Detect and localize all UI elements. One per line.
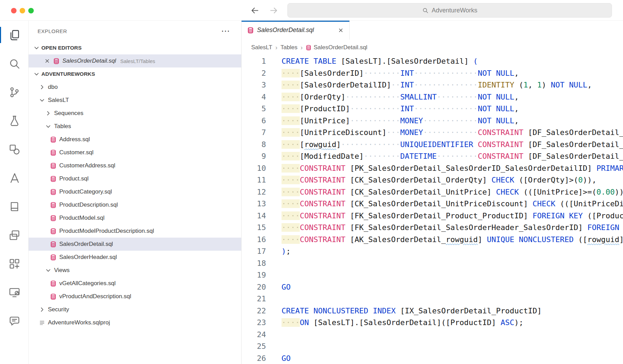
activity-notebooks-button[interactable] bbox=[0, 192, 29, 221]
tree-item-customer-sql[interactable]: Customer.sql bbox=[29, 146, 241, 159]
workspace-header[interactable]: ADVENTUREWORKS bbox=[29, 67, 241, 81]
code-line[interactable]: 23····ON [SalesLT].[SalesOrderDetail]([P… bbox=[242, 317, 623, 329]
code-line[interactable]: 13····CONSTRAINT [CK_SalesOrderDetail_Un… bbox=[242, 198, 623, 210]
tree-item-customeraddress-sql[interactable]: CustomerAddress.sql bbox=[29, 159, 241, 172]
line-number[interactable]: 18 bbox=[242, 258, 266, 270]
line-number[interactable]: 3 bbox=[242, 79, 266, 91]
activity-extensions-button[interactable] bbox=[0, 249, 29, 278]
code-line[interactable]: 14····CONSTRAINT [FK_SalesOrderDetail_Pr… bbox=[242, 210, 623, 222]
code-line[interactable]: 11····CONSTRAINT [CK_SalesOrderDetail_Or… bbox=[242, 174, 623, 186]
line-number[interactable]: 14 bbox=[242, 210, 266, 222]
line-number[interactable]: 2 bbox=[242, 67, 266, 80]
more-actions-button[interactable]: ⋯ bbox=[221, 29, 231, 33]
breadcrumb-item[interactable]: SalesOrderDetail.sql bbox=[306, 44, 367, 51]
code-line[interactable]: 20GO bbox=[242, 281, 623, 293]
breadcrumb-item[interactable]: SalesLT bbox=[251, 44, 272, 51]
open-editors-header[interactable]: OPEN EDITORS bbox=[29, 41, 241, 54]
line-number[interactable]: 7 bbox=[242, 127, 266, 139]
activity-source-control-button[interactable] bbox=[0, 78, 29, 106]
line-number[interactable]: 9 bbox=[242, 150, 266, 163]
line-number[interactable]: 19 bbox=[242, 269, 266, 281]
line-number[interactable]: 8 bbox=[242, 139, 266, 151]
code-line[interactable]: 9····[ModifiedDate]········DATETIME·····… bbox=[242, 150, 623, 163]
activity-testing-button[interactable] bbox=[0, 106, 29, 135]
code-line[interactable]: 2····[SalesOrderID]········INT··········… bbox=[242, 67, 623, 80]
code-line[interactable]: 17); bbox=[242, 246, 623, 258]
tab-salesorderdetail[interactable]: SalesOrderDetail.sql bbox=[242, 21, 350, 40]
tree-item-productdescription-sql[interactable]: ProductDescription.sql bbox=[29, 198, 241, 211]
tree-item-productcategory-sql[interactable]: ProductCategory.sql bbox=[29, 185, 241, 198]
close-button[interactable] bbox=[11, 8, 17, 13]
code-line[interactable]: 3····[SalesOrderDetailID]··INT··········… bbox=[242, 79, 623, 91]
activity-explorer-button[interactable] bbox=[0, 21, 29, 49]
tree-item-adventureworks-sqlproj[interactable]: AdventureWorks.sqlproj bbox=[29, 316, 241, 329]
activity-remote-button[interactable] bbox=[0, 278, 29, 306]
code-line[interactable]: 16····CONSTRAINT [AK_SalesOrderDetail_ro… bbox=[242, 234, 623, 246]
code-line[interactable]: 24 bbox=[242, 329, 623, 341]
code-line[interactable]: 22CREATE NONCLUSTERED INDEX [IX_SalesOrd… bbox=[242, 305, 623, 317]
line-number[interactable]: 10 bbox=[242, 163, 266, 175]
forward-button[interactable] bbox=[269, 6, 278, 15]
line-number[interactable]: 4 bbox=[242, 91, 266, 103]
code-line[interactable]: 19 bbox=[242, 269, 623, 281]
zoom-button[interactable] bbox=[28, 8, 34, 13]
code-line[interactable]: 6····[UnitPrice]···········MONEY········… bbox=[242, 115, 623, 127]
code-line[interactable]: 1CREATE TABLE [SalesLT].[SalesOrderDetai… bbox=[242, 55, 623, 67]
code-line[interactable]: 5····[ProductID]···········INT··········… bbox=[242, 103, 623, 115]
activity-azure-button[interactable] bbox=[0, 164, 29, 192]
code-line[interactable]: 25 bbox=[242, 341, 623, 353]
line-number[interactable]: 16 bbox=[242, 234, 266, 246]
line-number[interactable]: 15 bbox=[242, 222, 266, 234]
minimize-button[interactable] bbox=[20, 8, 25, 13]
tree-item-productmodelproductdescription-sql[interactable]: ProductModelProductDescription.sql bbox=[29, 225, 241, 238]
tab-close-button[interactable] bbox=[338, 27, 344, 33]
tree-item-dbo[interactable]: dbo bbox=[29, 81, 241, 94]
line-number[interactable]: 20 bbox=[242, 281, 266, 293]
code-line[interactable]: 8····[rowguid]·············UNIQUEIDENTIF… bbox=[242, 139, 623, 151]
open-editor-item[interactable]: SalesOrderDetail.sqlSalesLT/Tables bbox=[29, 54, 241, 67]
code-line[interactable]: 12····CONSTRAINT [CK_SalesOrderDetail_Un… bbox=[242, 186, 623, 198]
line-number[interactable]: 12 bbox=[242, 186, 266, 198]
breadcrumb-item[interactable]: Tables bbox=[280, 44, 297, 51]
code-line[interactable]: 4····[OrderQty]············SMALLINT·····… bbox=[242, 91, 623, 103]
tree-item-product-sql[interactable]: Product.sql bbox=[29, 172, 241, 185]
back-button[interactable] bbox=[250, 6, 259, 15]
tree-item-salesorderdetail-sql[interactable]: SalesOrderDetail.sql bbox=[29, 238, 241, 251]
line-number[interactable]: 26 bbox=[242, 353, 266, 364]
tree-item-saleslt[interactable]: SalesLT bbox=[29, 94, 241, 107]
tree-item-security[interactable]: Security bbox=[29, 303, 241, 316]
tree-item-productmodel-sql[interactable]: ProductModel.sql bbox=[29, 211, 241, 225]
tree-item-vproductanddescription-sql[interactable]: vProductAndDescription.sql bbox=[29, 290, 241, 303]
tree-item-views[interactable]: Views bbox=[29, 264, 241, 277]
line-number[interactable]: 6 bbox=[242, 115, 266, 127]
line-number[interactable]: 23 bbox=[242, 317, 266, 329]
tree-item-sequences[interactable]: Sequences bbox=[29, 107, 241, 120]
activity-search-button[interactable] bbox=[0, 49, 29, 78]
activity-comments-button[interactable] bbox=[0, 306, 29, 335]
code-line[interactable]: 26GO bbox=[242, 353, 623, 364]
code-line[interactable]: 21 bbox=[242, 293, 623, 305]
line-number[interactable]: 24 bbox=[242, 329, 266, 341]
search-box[interactable]: AdventureWorks bbox=[287, 3, 612, 18]
line-number[interactable]: 11 bbox=[242, 174, 266, 186]
line-number[interactable]: 5 bbox=[242, 103, 266, 115]
code-editor[interactable]: 1CREATE TABLE [SalesLT].[SalesOrderDetai… bbox=[242, 55, 623, 364]
code-line[interactable]: 7····[UnitPriceDiscount]···MONEY········… bbox=[242, 127, 623, 139]
tree-item-salesorderheader-sql[interactable]: SalesOrderHeader.sql bbox=[29, 251, 241, 264]
line-number[interactable]: 21 bbox=[242, 293, 266, 305]
tree-item-tables[interactable]: Tables bbox=[29, 120, 241, 133]
activity-objects-button[interactable] bbox=[0, 135, 29, 164]
code-line[interactable]: 18 bbox=[242, 258, 623, 270]
line-number[interactable]: 1 bbox=[242, 55, 266, 67]
tree-item-vgetallcategories-sql[interactable]: vGetAllCategories.sql bbox=[29, 277, 241, 290]
line-number[interactable]: 22 bbox=[242, 305, 266, 317]
database-icon bbox=[50, 163, 57, 169]
tree-item-address-sql[interactable]: Address.sql bbox=[29, 133, 241, 146]
close-editor-button[interactable] bbox=[44, 58, 50, 64]
activity-windows-button[interactable] bbox=[0, 221, 29, 249]
code-line[interactable]: 10····CONSTRAINT [PK_SalesOrderDetail_Sa… bbox=[242, 163, 623, 175]
code-line[interactable]: 15····CONSTRAINT [FK_SalesOrderDetail_Sa… bbox=[242, 222, 623, 234]
line-number[interactable]: 25 bbox=[242, 341, 266, 353]
line-number[interactable]: 13 bbox=[242, 198, 266, 210]
line-number[interactable]: 17 bbox=[242, 246, 266, 258]
